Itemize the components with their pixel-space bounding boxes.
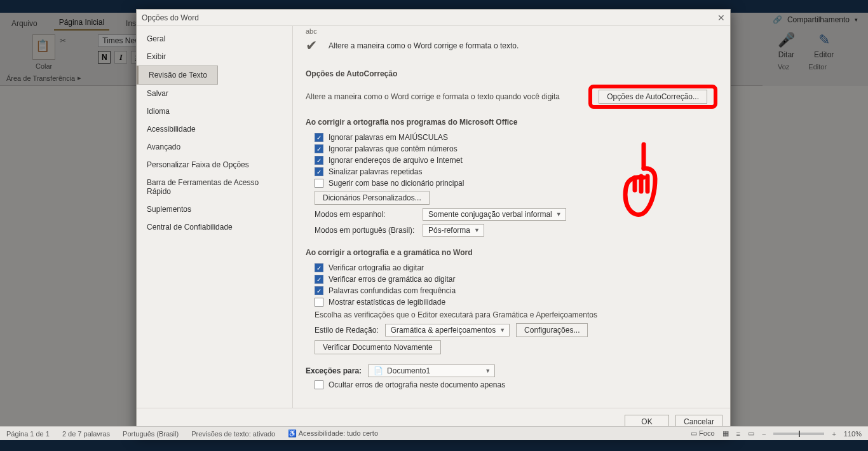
writing-style-select[interactable]: Gramática & aperfeiçoamentos▼ <box>385 324 510 337</box>
share-button[interactable]: Compartilhamento▾ <box>763 13 868 27</box>
focus-mode-button[interactable]: ▭ Foco <box>691 429 715 438</box>
sidebar-item-idioma[interactable]: Idioma <box>137 102 292 120</box>
spanish-modes-label: Modos em espanhol: <box>315 210 416 219</box>
editor-group-label: Editor <box>808 63 827 71</box>
sidebar-item-central[interactable]: Central de Confiabilidade <box>137 218 292 236</box>
checkbox-confused-words[interactable]: ✓ <box>315 286 323 295</box>
checkbox-ignore-caps[interactable]: ✓ <box>315 133 323 142</box>
dictate-label: Ditar <box>778 50 794 59</box>
sidebar-item-suplementos[interactable]: Suplementos <box>137 200 292 218</box>
checkbox-ignore-numbers[interactable]: ✓ <box>315 144 323 153</box>
dialog-title: Opções do Word <box>142 13 199 22</box>
checkbox-suggest-main-dict[interactable] <box>315 179 323 188</box>
section-office-spell: Ao corrigir a ortografia nos programas d… <box>306 118 717 127</box>
recheck-document-button[interactable]: Verificar Documento Novamente <box>315 340 441 354</box>
pointer-hand-icon <box>618 139 669 222</box>
view-print-icon[interactable]: ▦ <box>722 429 729 438</box>
writing-style-label: Estilo de Redação: <box>315 326 379 335</box>
zoom-slider[interactable] <box>773 433 824 435</box>
settings-button[interactable]: Configurações... <box>516 323 588 337</box>
checkbox-readability[interactable] <box>315 298 323 307</box>
zoom-out-button[interactable]: − <box>762 430 766 438</box>
checkbox-ignore-urls[interactable]: ✓ <box>315 156 323 165</box>
header-line: Altere a maneira como o Word corrige e f… <box>329 41 519 50</box>
checkbox-grammar-typing[interactable]: ✓ <box>315 275 323 284</box>
label-suggest-main-dict: Sugerir com base no dicionário principal <box>329 179 464 188</box>
autocorrect-options-button[interactable]: Opções de AutoCorreção... <box>599 90 707 104</box>
proofing-icon: ✔abc <box>306 38 317 54</box>
editor-icon[interactable]: ✎ <box>818 32 830 48</box>
paste-label: Colar <box>36 62 52 70</box>
view-web-icon[interactable]: ▭ <box>748 429 754 438</box>
sidebar-item-exibir[interactable]: Exibir <box>137 48 292 66</box>
label-readability: Mostrar estatísticas de legibilidade <box>329 298 445 307</box>
portuguese-modes-label: Modos em português (Brasil): <box>315 226 416 235</box>
custom-dictionaries-button[interactable]: Dicionários Personalizados... <box>315 191 430 205</box>
sidebar-item-faixa[interactable]: Personalizar Faixa de Opções <box>137 156 292 174</box>
label-ignore-numbers: Ignorar palavras que contêm números <box>329 144 458 153</box>
label-hide-spell-errors: Ocultar erros de ortografia neste docume… <box>329 380 505 389</box>
italic-button[interactable]: I <box>114 51 127 64</box>
checkbox-flag-repeated[interactable]: ✓ <box>315 167 323 176</box>
status-page[interactable]: Página 1 de 1 <box>6 430 50 438</box>
sidebar-item-acessibilidade[interactable]: Acessibilidade <box>137 120 292 138</box>
dictate-icon[interactable]: 🎤 <box>778 32 795 48</box>
checkbox-spell-typing[interactable]: ✓ <box>315 263 323 272</box>
word-options-dialog: Opções do Word ✕ Geral Exibir Revisão de… <box>136 9 731 435</box>
sidebar-item-avancado[interactable]: Avançado <box>137 138 292 156</box>
sidebar-item-salvar[interactable]: Salvar <box>137 85 292 102</box>
view-read-icon[interactable]: ≡ <box>736 430 740 438</box>
checkbox-hide-spell-errors[interactable] <box>315 380 323 389</box>
sidebar-item-barra[interactable]: Barra de Ferramentas de Acesso Rápido <box>137 174 292 200</box>
label-grammar-typing: Verificar erros de gramática ao digitar <box>329 275 455 284</box>
zoom-in-button[interactable]: + <box>832 430 836 438</box>
editor-checks-para: Escolha as verificações que o Editor exe… <box>315 310 717 319</box>
close-icon[interactable]: ✕ <box>717 13 725 23</box>
autocorrect-para: Altere a maneira como o Word corrige e f… <box>306 92 560 101</box>
clipboard-group-label: Área de Transferência▸ <box>6 74 81 82</box>
status-accessibility[interactable]: ♿ Acessibilidade: tudo certo <box>288 429 378 438</box>
portuguese-modes-select[interactable]: Pós-reforma▼ <box>423 224 484 237</box>
zoom-level[interactable]: 110% <box>844 430 862 438</box>
paste-icon[interactable] <box>32 34 55 60</box>
status-words[interactable]: 2 de 7 palavras <box>62 430 110 438</box>
sidebar-item-geral[interactable]: Geral <box>137 30 292 48</box>
status-predict[interactable]: Previsões de texto: ativado <box>191 430 275 438</box>
voice-group-label: Voz <box>778 63 789 71</box>
tab-file[interactable]: Arquivo <box>6 17 43 31</box>
exceptions-select[interactable]: 📄Documento1▼ <box>368 364 495 377</box>
exceptions-label: Exceções para: <box>306 366 362 375</box>
bold-button[interactable]: N <box>98 51 111 64</box>
spanish-modes-select[interactable]: Somente conjugação verbal informal▼ <box>423 208 566 221</box>
label-ignore-caps: Ignorar palavras em MAIÚSCULAS <box>329 133 448 142</box>
sidebar-item-revisao[interactable]: Revisão de Texto <box>137 66 218 85</box>
label-spell-typing: Verificar ortografia ao digitar <box>329 263 424 272</box>
options-sidebar: Geral Exibir Revisão de Texto Salvar Idi… <box>137 26 293 408</box>
autocorrect-highlight: Opções de AutoCorreção... <box>588 85 717 109</box>
label-flag-repeated: Sinalizar palavras repetidas <box>329 167 422 176</box>
editor-label: Editor <box>814 50 834 59</box>
label-confused-words: Palavras confundidas com frequência <box>329 286 456 295</box>
section-autocorrect: Opções de AutoCorreção <box>306 69 717 78</box>
section-word-spell: Ao corrigir a ortografia e a gramática n… <box>306 248 717 257</box>
tab-home[interactable]: Página Inicial <box>54 15 109 31</box>
label-ignore-urls: Ignorar endereços de arquivo e Internet <box>329 156 463 165</box>
status-language[interactable]: Português (Brasil) <box>123 430 179 438</box>
